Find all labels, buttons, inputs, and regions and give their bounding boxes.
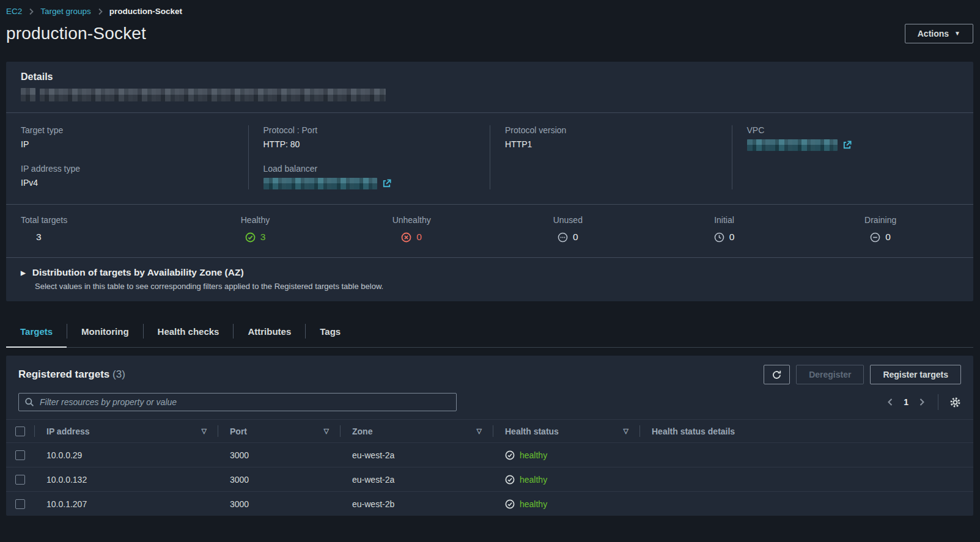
cell-ip: 10.0.0.132 xyxy=(34,475,218,485)
stat-number: 0 xyxy=(729,232,735,243)
stat-label: Unhealthy xyxy=(392,215,431,225)
cell-port: 3000 xyxy=(218,450,340,460)
refresh-button[interactable] xyxy=(764,365,790,384)
registered-targets-header: Registered targets (3) Deregister Regist… xyxy=(6,356,973,391)
az-distribution-expander: ▶ Distribution of targets by Availabilit… xyxy=(6,257,973,301)
stat-label: Total targets xyxy=(21,215,67,225)
chevron-right-icon xyxy=(97,8,103,15)
cell-zone: eu-west-2b xyxy=(340,499,493,509)
tab-label: Targets xyxy=(20,326,53,337)
column-header-ip-address: IP address ▽ xyxy=(34,420,218,442)
cell-health-status: healthy xyxy=(493,475,639,485)
title-text: Registered targets xyxy=(18,368,109,380)
az-distribution-toggle[interactable]: ▶ Distribution of targets by Availabilit… xyxy=(21,267,959,278)
stat-number: 0 xyxy=(416,232,422,243)
tab-attributes[interactable]: Attributes xyxy=(234,318,305,347)
registered-targets-card: Registered targets (3) Deregister Regist… xyxy=(6,356,973,516)
stat-label: Unused xyxy=(553,215,583,225)
stat-label: Initial xyxy=(714,215,734,225)
filter-dropdown-icon[interactable]: ▽ xyxy=(324,427,329,435)
tab-bar: Targets Monitoring Health checks Attribu… xyxy=(6,318,973,348)
tab-monitoring[interactable]: Monitoring xyxy=(67,318,142,347)
select-all-checkbox[interactable] xyxy=(15,427,25,436)
filter-input[interactable] xyxy=(18,393,457,411)
filter-row: 1 xyxy=(6,391,973,419)
column-header-port: Port ▽ xyxy=(218,420,340,442)
field-value: IP xyxy=(21,139,234,149)
settings-gear-icon[interactable] xyxy=(949,397,961,408)
stat-number: 0 xyxy=(573,232,578,243)
table-row[interactable]: 10.0.1.207 3000 eu-west-2b healthy xyxy=(6,491,973,516)
cell-port: 3000 xyxy=(218,475,340,485)
pagination-divider xyxy=(938,394,938,410)
field-label: Protocol : Port xyxy=(263,125,476,135)
row-checkbox[interactable] xyxy=(15,475,25,485)
external-link-icon[interactable] xyxy=(382,179,391,188)
register-targets-button[interactable]: Register targets xyxy=(870,365,961,384)
tab-label: Health checks xyxy=(158,326,219,337)
breadcrumb: EC2 Target groups production-Socket xyxy=(6,0,973,16)
details-heading: Details xyxy=(21,71,959,82)
registered-targets-table: IP address ▽ Port ▽ Zone ▽ Health status… xyxy=(6,419,973,516)
registered-targets-title: Registered targets (3) xyxy=(18,368,125,381)
table-actions: Deregister Register targets xyxy=(764,365,961,384)
az-distribution-description: Select values in this table to see corre… xyxy=(35,282,959,291)
stat-unused: Unused 0 xyxy=(490,215,646,243)
filter-dropdown-icon[interactable]: ▽ xyxy=(624,427,628,435)
stat-label: Draining xyxy=(864,215,896,225)
current-page-number[interactable]: 1 xyxy=(904,397,908,407)
deregister-button[interactable]: Deregister xyxy=(796,365,864,384)
field-load-balancer: Load balancer xyxy=(263,164,476,189)
health-status-text: healthy xyxy=(520,499,547,509)
field-label: VPC xyxy=(747,125,959,135)
details-grid: Target type IP IP address type IPv4 Prot… xyxy=(6,112,973,204)
tab-targets[interactable]: Targets xyxy=(6,318,67,347)
ellipsis-circle-icon xyxy=(558,232,568,243)
column-label: Port xyxy=(230,427,247,436)
previous-page-icon[interactable] xyxy=(885,397,895,408)
select-all-cell xyxy=(6,420,34,442)
check-circle-icon xyxy=(505,450,515,460)
column-label: Zone xyxy=(352,427,372,436)
clock-icon xyxy=(714,232,724,243)
tab-tags[interactable]: Tags xyxy=(306,318,355,347)
column-header-health-status-details: Health status details xyxy=(639,420,973,442)
filter-dropdown-icon[interactable]: ▽ xyxy=(477,427,482,435)
breadcrumb-current: production-Socket xyxy=(109,7,182,16)
stat-draining: Draining 0 xyxy=(802,215,959,243)
external-link-icon[interactable] xyxy=(842,141,852,150)
field-value: HTTP: 80 xyxy=(263,139,476,149)
next-page-icon[interactable] xyxy=(917,397,927,408)
cell-port: 3000 xyxy=(218,499,340,509)
copy-icon[interactable] xyxy=(21,88,35,101)
row-checkbox[interactable] xyxy=(15,450,25,460)
tab-label: Tags xyxy=(320,326,341,337)
health-status-text: healthy xyxy=(520,450,547,460)
breadcrumb-target-groups-link[interactable]: Target groups xyxy=(40,7,91,16)
load-balancer-link-redacted[interactable] xyxy=(263,178,377,189)
search-icon xyxy=(24,397,34,407)
tab-label: Attributes xyxy=(248,326,291,337)
stat-healthy: Healthy 3 xyxy=(177,215,334,243)
breadcrumb-ec2-link[interactable]: EC2 xyxy=(6,7,22,16)
filter-dropdown-icon[interactable]: ▽ xyxy=(202,427,207,435)
table-row[interactable]: 10.0.0.132 3000 eu-west-2a healthy xyxy=(6,467,973,491)
minus-circle-icon xyxy=(870,232,880,243)
vpc-link-redacted[interactable] xyxy=(747,139,838,151)
tab-health-checks[interactable]: Health checks xyxy=(144,318,234,347)
stat-value: 3 xyxy=(36,232,42,243)
details-column-3: Protocol version HTTP1 xyxy=(490,125,732,189)
stat-number: 0 xyxy=(885,232,891,243)
target-group-arn-redacted xyxy=(21,88,959,101)
table-row[interactable]: 10.0.0.29 3000 eu-west-2a healthy xyxy=(6,442,973,467)
cell-health-status: healthy xyxy=(493,499,639,509)
stat-total-targets: Total targets 3 xyxy=(21,215,177,243)
cell-health-status: healthy xyxy=(493,450,639,460)
stat-unhealthy: Unhealthy 0 xyxy=(333,215,490,243)
cell-ip: 10.0.0.29 xyxy=(34,450,218,460)
row-checkbox[interactable] xyxy=(15,499,25,509)
stat-label: Healthy xyxy=(241,215,270,225)
column-label: IP address xyxy=(46,427,90,436)
actions-button[interactable]: Actions ▼ xyxy=(905,24,973,43)
filter-search-box xyxy=(18,393,457,411)
